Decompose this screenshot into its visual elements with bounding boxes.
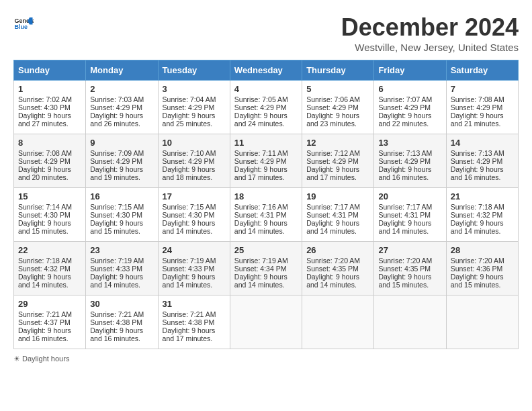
sunset: Sunset: 4:35 PM (378, 265, 431, 273)
day-number: 5 (306, 84, 369, 94)
day-number: 25 (234, 245, 298, 255)
sunrise: Sunrise: 7:08 AM (18, 149, 72, 157)
calendar-cell: 10 Sunrise: 7:10 AM Sunset: 4:29 PM Dayl… (158, 134, 230, 188)
day-number: 9 (90, 138, 153, 148)
day-number: 2 (90, 84, 153, 94)
sunset: Sunset: 4:31 PM (378, 211, 431, 219)
page-header: General Blue December 2024 Westville, Ne… (13, 13, 519, 53)
calendar-cell: 6 Sunrise: 7:07 AM Sunset: 4:29 PM Dayli… (374, 81, 446, 134)
day-number: 21 (451, 191, 514, 201)
sunset: Sunset: 4:29 PM (378, 157, 431, 165)
sunset: Sunset: 4:33 PM (163, 265, 215, 273)
sunrise: Sunrise: 7:19 AM (163, 257, 216, 265)
sunrise: Sunrise: 7:20 AM (451, 257, 504, 265)
daylight: Daylight: 9 hours and 14 minutes. (451, 219, 504, 235)
calendar-cell: 19 Sunrise: 7:17 AM Sunset: 4:31 PM Dayl… (302, 188, 374, 242)
sunset: Sunset: 4:29 PM (306, 157, 359, 165)
sunrise: Sunrise: 7:08 AM (451, 95, 504, 103)
sunrise: Sunrise: 7:19 AM (90, 257, 144, 265)
sunset: Sunset: 4:29 PM (451, 157, 503, 165)
sunrise: Sunrise: 7:18 AM (18, 257, 72, 265)
calendar-cell: 31 Sunrise: 7:21 AM Sunset: 4:38 PM Dayl… (158, 295, 230, 349)
sunrise: Sunrise: 7:20 AM (306, 257, 360, 265)
sunrise: Sunrise: 7:05 AM (234, 95, 288, 103)
day-number: 16 (90, 191, 153, 201)
day-header: Thursday (302, 60, 374, 81)
calendar-cell: 14 Sunrise: 7:13 AM Sunset: 4:29 PM Dayl… (446, 134, 518, 188)
daylight: Daylight: 9 hours and 25 minutes. (163, 111, 216, 128)
daylight-label: Daylight hours (22, 355, 69, 363)
daylight: Daylight: 9 hours and 14 minutes. (234, 273, 287, 289)
sunrise: Sunrise: 7:07 AM (378, 95, 432, 103)
sunrise: Sunrise: 7:20 AM (378, 257, 432, 265)
sunrise: Sunrise: 7:14 AM (18, 203, 72, 211)
sunset: Sunset: 4:29 PM (234, 103, 287, 111)
calendar-cell: 28 Sunrise: 7:20 AM Sunset: 4:36 PM Dayl… (446, 242, 518, 295)
daylight: Daylight: 9 hours and 14 minutes. (378, 219, 431, 235)
day-number: 22 (18, 245, 81, 255)
calendar-cell: 2 Sunrise: 7:03 AM Sunset: 4:29 PM Dayli… (86, 81, 158, 134)
calendar-cell: 18 Sunrise: 7:16 AM Sunset: 4:31 PM Dayl… (230, 188, 302, 242)
day-number: 18 (234, 191, 298, 201)
day-header: Friday (374, 60, 446, 81)
sunrise: Sunrise: 7:21 AM (18, 310, 72, 318)
sunrise: Sunrise: 7:09 AM (90, 149, 144, 157)
sunrise: Sunrise: 7:10 AM (163, 149, 216, 157)
day-number: 6 (378, 84, 441, 94)
daylight: Daylight: 9 hours and 20 minutes. (18, 165, 71, 181)
calendar-cell (230, 295, 302, 349)
daylight: Daylight: 9 hours and 15 minutes. (451, 273, 504, 289)
day-number: 10 (163, 138, 226, 148)
calendar-cell: 1 Sunrise: 7:02 AM Sunset: 4:30 PM Dayli… (14, 81, 86, 134)
sunrise: Sunrise: 7:03 AM (90, 95, 144, 103)
daylight: Daylight: 9 hours and 17 minutes. (234, 165, 287, 181)
sunrise: Sunrise: 7:17 AM (378, 203, 432, 211)
day-number: 1 (18, 84, 81, 94)
sunset: Sunset: 4:34 PM (234, 265, 287, 273)
day-number: 12 (306, 138, 369, 148)
day-number: 30 (90, 299, 153, 309)
sunset: Sunset: 4:31 PM (306, 211, 359, 219)
sunset: Sunset: 4:36 PM (451, 265, 503, 273)
day-number: 15 (18, 191, 81, 201)
day-header: Monday (86, 60, 158, 81)
day-header: Tuesday (158, 60, 230, 81)
sunrise: Sunrise: 7:16 AM (234, 203, 288, 211)
daylight: Daylight: 9 hours and 16 minutes. (18, 326, 71, 342)
calendar-cell: 8 Sunrise: 7:08 AM Sunset: 4:29 PM Dayli… (14, 134, 86, 188)
daylight: Daylight: 9 hours and 18 minutes. (163, 165, 216, 181)
sunrise: Sunrise: 7:13 AM (451, 149, 504, 157)
daylight: Daylight: 9 hours and 26 minutes. (90, 111, 143, 128)
sunset: Sunset: 4:33 PM (90, 265, 142, 273)
sunrise: Sunrise: 7:21 AM (90, 310, 144, 318)
sunset: Sunset: 4:35 PM (306, 265, 359, 273)
sunrise: Sunrise: 7:02 AM (18, 95, 72, 103)
day-number: 19 (306, 191, 369, 201)
daylight: Daylight: 9 hours and 14 minutes. (163, 273, 216, 289)
sunrise: Sunrise: 7:15 AM (90, 203, 144, 211)
calendar-cell: 13 Sunrise: 7:13 AM Sunset: 4:29 PM Dayl… (374, 134, 446, 188)
sunset: Sunset: 4:37 PM (18, 318, 71, 326)
calendar-cell: 5 Sunrise: 7:06 AM Sunset: 4:29 PM Dayli… (302, 81, 374, 134)
day-number: 27 (378, 245, 441, 255)
day-number: 26 (306, 245, 369, 255)
calendar-cell: 20 Sunrise: 7:17 AM Sunset: 4:31 PM Dayl… (374, 188, 446, 242)
daylight: Daylight: 9 hours and 14 minutes. (234, 219, 287, 235)
calendar-cell: 25 Sunrise: 7:19 AM Sunset: 4:34 PM Dayl… (230, 242, 302, 295)
daylight: Daylight: 9 hours and 24 minutes. (234, 111, 287, 128)
calendar-cell: 7 Sunrise: 7:08 AM Sunset: 4:29 PM Dayli… (446, 81, 518, 134)
sunset: Sunset: 4:32 PM (18, 265, 71, 273)
day-number: 28 (451, 245, 514, 255)
sunset: Sunset: 4:30 PM (18, 103, 71, 111)
calendar-cell (374, 295, 446, 349)
sunset: Sunset: 4:32 PM (451, 211, 503, 219)
month-title: December 2024 (341, 13, 519, 42)
day-number: 11 (234, 138, 298, 148)
day-number: 8 (18, 138, 81, 148)
sunrise: Sunrise: 7:17 AM (306, 203, 360, 211)
daylight: Daylight: 9 hours and 14 minutes. (90, 273, 143, 289)
daylight: Daylight: 9 hours and 19 minutes. (90, 165, 143, 181)
sunset: Sunset: 4:29 PM (306, 103, 359, 111)
day-number: 24 (163, 245, 226, 255)
calendar-cell: 26 Sunrise: 7:20 AM Sunset: 4:35 PM Dayl… (302, 242, 374, 295)
